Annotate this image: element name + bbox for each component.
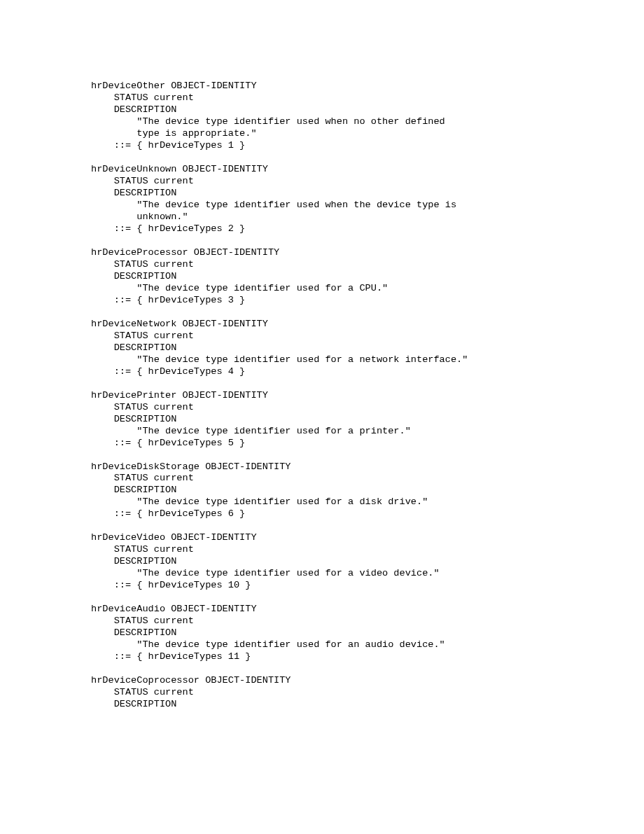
mib-document-page: hrDeviceOther OBJECT-IDENTITY STATUS cur…: [0, 0, 644, 834]
